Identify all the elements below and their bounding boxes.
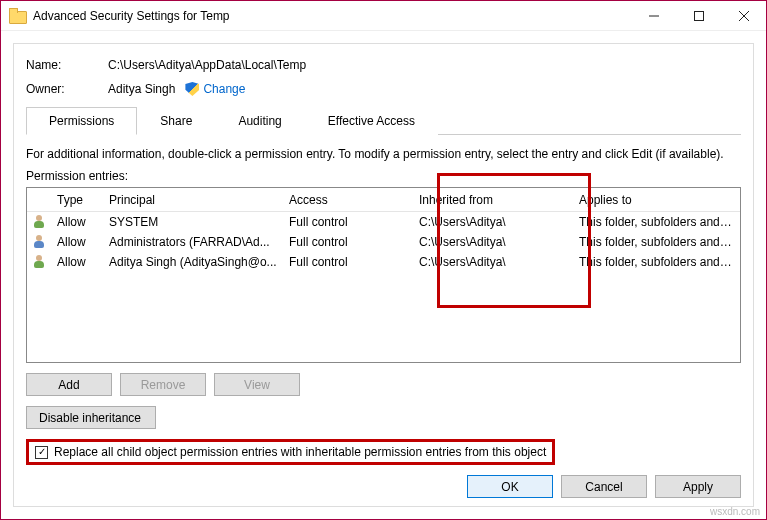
- group-icon: [33, 234, 45, 250]
- col-type[interactable]: Type: [51, 193, 103, 207]
- col-applies[interactable]: Applies to: [573, 193, 740, 207]
- grid-header: Type Principal Access Inherited from App…: [27, 188, 740, 212]
- window-title: Advanced Security Settings for Temp: [33, 9, 631, 23]
- tab-auditing[interactable]: Auditing: [215, 107, 304, 135]
- content-panel: Name: C:\Users\Aditya\AppData\Local\Temp…: [13, 43, 754, 507]
- name-row: Name: C:\Users\Aditya\AppData\Local\Temp: [26, 58, 741, 72]
- window-controls: [631, 1, 766, 30]
- owner-label: Owner:: [26, 82, 108, 96]
- cell-inherited: C:\Users\Aditya\: [413, 215, 573, 229]
- owner-value: Aditya Singh: [108, 82, 175, 96]
- close-button[interactable]: [721, 1, 766, 30]
- cancel-button[interactable]: Cancel: [561, 475, 647, 498]
- tab-share[interactable]: Share: [137, 107, 215, 135]
- cell-access: Full control: [283, 255, 413, 269]
- cell-applies: This folder, subfolders and files: [573, 235, 740, 249]
- window: Advanced Security Settings for Temp Name…: [0, 0, 767, 520]
- minimize-button[interactable]: [631, 1, 676, 30]
- name-label: Name:: [26, 58, 108, 72]
- cell-inherited: C:\Users\Aditya\: [413, 255, 573, 269]
- view-button[interactable]: View: [214, 373, 300, 396]
- permission-grid-area: Type Principal Access Inherited from App…: [26, 187, 741, 363]
- maximize-button[interactable]: [676, 1, 721, 30]
- user-icon: [33, 214, 45, 230]
- cell-principal: Aditya Singh (AdityaSingh@o...: [103, 255, 283, 269]
- table-row[interactable]: Allow Aditya Singh (AdityaSingh@o... Ful…: [27, 252, 740, 272]
- cell-type: Allow: [51, 255, 103, 269]
- owner-row: Owner: Aditya Singh Change: [26, 82, 741, 96]
- cell-type: Allow: [51, 215, 103, 229]
- remove-button[interactable]: Remove: [120, 373, 206, 396]
- replace-children-checkbox[interactable]: ✓: [35, 446, 48, 459]
- cell-principal: SYSTEM: [103, 215, 283, 229]
- inheritance-buttons: Disable inheritance: [26, 406, 741, 429]
- tab-bar: Permissions Share Auditing Effective Acc…: [26, 106, 741, 135]
- replace-children-label: Replace all child object permission entr…: [54, 445, 546, 459]
- permission-grid[interactable]: Type Principal Access Inherited from App…: [26, 187, 741, 363]
- cell-type: Allow: [51, 235, 103, 249]
- col-access[interactable]: Access: [283, 193, 413, 207]
- entries-label: Permission entries:: [26, 169, 741, 183]
- replace-children-row: ✓ Replace all child object permission en…: [26, 439, 555, 465]
- change-owner-link[interactable]: Change: [203, 82, 245, 96]
- watermark: wsxdn.com: [710, 506, 760, 517]
- cell-applies: This folder, subfolders and files: [573, 215, 740, 229]
- table-row[interactable]: Allow SYSTEM Full control C:\Users\Adity…: [27, 212, 740, 232]
- disable-inheritance-button[interactable]: Disable inheritance: [26, 406, 156, 429]
- cell-applies: This folder, subfolders and files: [573, 255, 740, 269]
- titlebar: Advanced Security Settings for Temp: [1, 1, 766, 31]
- cell-access: Full control: [283, 235, 413, 249]
- cell-inherited: C:\Users\Aditya\: [413, 235, 573, 249]
- cell-principal: Administrators (FARRAD\Ad...: [103, 235, 283, 249]
- entry-buttons: Add Remove View: [26, 373, 741, 396]
- user-icon: [33, 254, 45, 270]
- svg-rect-1: [694, 11, 703, 20]
- table-row[interactable]: Allow Administrators (FARRAD\Ad... Full …: [27, 232, 740, 252]
- name-value: C:\Users\Aditya\AppData\Local\Temp: [108, 58, 306, 72]
- cell-access: Full control: [283, 215, 413, 229]
- folder-icon: [9, 8, 25, 24]
- col-principal[interactable]: Principal: [103, 193, 283, 207]
- add-button[interactable]: Add: [26, 373, 112, 396]
- shield-icon: [185, 82, 199, 96]
- ok-button[interactable]: OK: [467, 475, 553, 498]
- apply-button[interactable]: Apply: [655, 475, 741, 498]
- col-inherited[interactable]: Inherited from: [413, 193, 573, 207]
- info-text: For additional information, double-click…: [26, 147, 741, 161]
- tab-effective-access[interactable]: Effective Access: [305, 107, 438, 135]
- dialog-buttons: OK Cancel Apply: [467, 475, 741, 498]
- tab-permissions[interactable]: Permissions: [26, 107, 137, 135]
